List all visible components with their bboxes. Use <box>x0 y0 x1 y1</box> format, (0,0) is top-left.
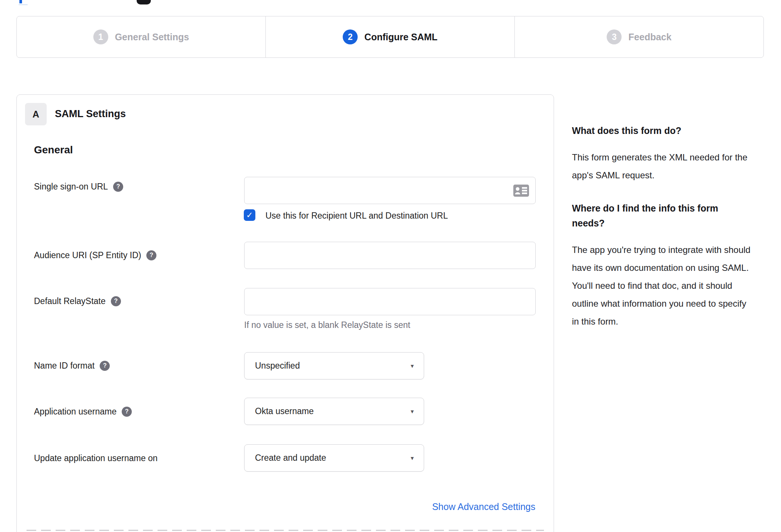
help-icon[interactable]: ? <box>146 250 156 260</box>
relay-state-hint: If no value is set, a blank RelayState i… <box>244 320 410 330</box>
section-a-badge: A <box>25 103 47 125</box>
relay-state-label-row: Default RelayState ? <box>34 295 121 307</box>
step-label: Configure SAML <box>364 32 438 43</box>
contact-card-icon <box>513 184 529 197</box>
wizard-step-feedback[interactable]: 3 Feedback <box>514 16 763 57</box>
name-id-format-select[interactable]: Unspecified ▼ <box>244 352 424 379</box>
panel-title: SAML Settings <box>55 108 126 120</box>
general-section-heading: General <box>34 144 73 156</box>
wizard-step-configure-saml[interactable]: 2 Configure SAML <box>265 16 514 57</box>
help-icon[interactable]: ? <box>122 407 132 417</box>
cutoff-blue-artifact <box>19 0 22 3</box>
sso-url-input-wrap <box>244 177 536 204</box>
recipient-url-checkbox[interactable]: ✓ <box>244 209 255 221</box>
step-label: General Settings <box>115 32 189 43</box>
app-username-select[interactable]: Okta username ▼ <box>244 398 424 425</box>
name-id-format-label: Name ID format <box>34 360 94 371</box>
sidebar-heading-where: Where do I find the info this form needs… <box>572 201 753 231</box>
saml-settings-panel: A SAML Settings General Single sign-on U… <box>16 94 554 532</box>
chevron-down-icon: ▼ <box>410 363 415 369</box>
audience-uri-label: Audience URI (SP Entity ID) <box>34 250 141 261</box>
name-id-format-label-row: Name ID format ? <box>34 360 110 371</box>
update-username-value: Create and update <box>255 453 326 463</box>
relay-state-input-wrap <box>244 288 536 315</box>
help-icon[interactable]: ? <box>113 182 123 192</box>
audience-uri-input[interactable] <box>244 242 536 269</box>
sso-url-label-row: Single sign-on URL ? <box>34 181 123 192</box>
help-icon[interactable]: ? <box>111 296 121 306</box>
update-username-select[interactable]: Create and update ▼ <box>244 444 424 472</box>
setup-wizard-steps: 1 General Settings 2 Configure SAML 3 Fe… <box>16 16 764 58</box>
audience-uri-input-wrap <box>244 242 536 269</box>
app-username-label-row: Application username ? <box>34 406 132 417</box>
sidebar-paragraph-what: This form generates the XML needed for t… <box>572 148 753 184</box>
relay-state-label: Default RelayState <box>34 295 106 307</box>
recipient-url-checkbox-label: Use this for Recipient URL and Destinati… <box>265 210 448 221</box>
step-number-badge: 3 <box>607 29 622 44</box>
step-label: Feedback <box>628 32 671 43</box>
name-id-format-value: Unspecified <box>255 361 300 371</box>
cutoff-dark-artifact <box>137 0 151 4</box>
help-icon[interactable]: ? <box>100 361 110 371</box>
chevron-down-icon: ▼ <box>410 409 415 414</box>
sidebar-paragraph-where: The app you're trying to integrate with … <box>572 241 753 331</box>
app-username-label: Application username <box>34 406 116 417</box>
cutoff-blue-faint-artifact <box>19 4 28 5</box>
sso-url-input[interactable] <box>244 177 536 204</box>
show-advanced-settings-link[interactable]: Show Advanced Settings <box>432 501 535 512</box>
audience-uri-label-row: Audience URI (SP Entity ID) ? <box>34 250 156 261</box>
sidebar-heading-what: What does this form do? <box>572 123 753 138</box>
wizard-step-general-settings[interactable]: 1 General Settings <box>17 16 265 57</box>
update-username-label-row: Update application username on <box>34 453 158 464</box>
help-sidebar: What does this form do? This form genera… <box>572 123 753 347</box>
chevron-down-icon: ▼ <box>410 455 415 461</box>
checkmark-icon: ✓ <box>246 210 253 220</box>
dashed-divider <box>27 530 544 531</box>
step-number-badge: 2 <box>343 29 358 44</box>
update-username-label: Update application username on <box>34 453 158 464</box>
app-username-value: Okta username <box>255 406 314 416</box>
step-number-badge: 1 <box>93 29 108 44</box>
sso-url-label: Single sign-on URL <box>34 181 108 192</box>
relay-state-input[interactable] <box>244 288 536 315</box>
